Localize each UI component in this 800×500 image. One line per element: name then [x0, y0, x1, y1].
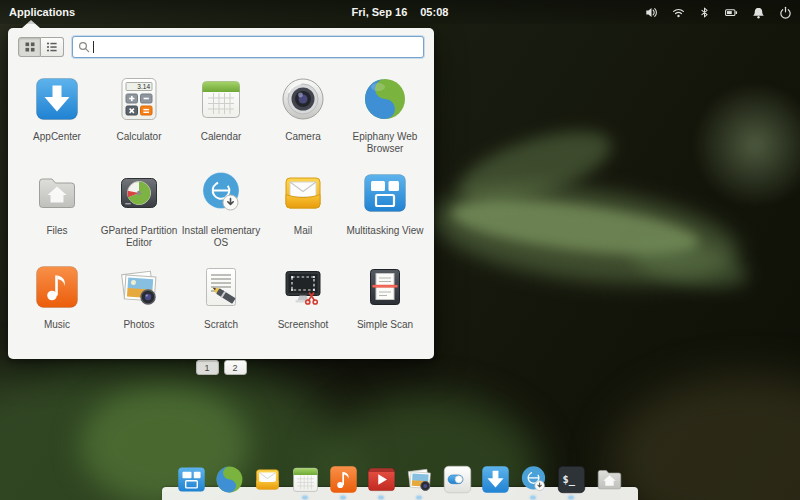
epiphany-icon [361, 75, 409, 127]
notifications-icon[interactable] [752, 6, 765, 19]
top-panel: Applications Fri, Sep 16 05:08 [0, 0, 800, 24]
app-epiphany[interactable]: Epiphany Web Browser [344, 68, 426, 162]
screenshot-icon [279, 263, 327, 315]
dock-calendar[interactable] [290, 464, 321, 495]
install-elementary-icon [197, 169, 245, 221]
app-calculator[interactable]: 3.14 Calculator [98, 68, 180, 162]
app-calendar[interactable]: Calendar [180, 68, 262, 162]
app-label: Multitasking View [346, 225, 423, 237]
app-label: Calculator [116, 131, 161, 143]
install-elementary-icon [518, 464, 549, 495]
dock-multitasking-view[interactable] [176, 464, 207, 495]
terminal-icon: $_ [556, 464, 587, 495]
app-label: Simple Scan [357, 319, 413, 331]
calculator-icon: 3.14 [115, 75, 163, 127]
app-label: Camera [285, 131, 321, 143]
power-icon[interactable] [779, 6, 792, 19]
desktop: Applications Fri, Sep 16 05:08 [0, 0, 800, 500]
panel-indicators [645, 6, 800, 19]
dock-photos[interactable] [404, 464, 435, 495]
battery-icon[interactable] [724, 6, 738, 19]
photos-icon [404, 464, 435, 495]
launcher-header [8, 28, 434, 64]
app-screenshot[interactable]: Screenshot [262, 256, 344, 350]
app-music[interactable]: Music [16, 256, 98, 350]
dock-system-settings[interactable] [442, 464, 473, 495]
app-photos[interactable]: Photos [98, 256, 180, 350]
photos-icon [115, 263, 163, 315]
dock-mail[interactable] [252, 464, 283, 495]
date-text: Fri, Sep 16 [352, 6, 408, 18]
app-grid: AppCenter 3.14 Calculator Calendar Camer… [8, 64, 434, 350]
app-label: Screenshot [278, 319, 329, 331]
clock[interactable]: Fri, Sep 16 05:08 [352, 6, 449, 18]
app-label: GParted Partition Editor [99, 225, 179, 248]
system-settings-icon [442, 464, 473, 495]
app-label: Files [46, 225, 67, 237]
dock-terminal[interactable]: $_ [556, 464, 587, 495]
bluetooth-icon[interactable] [699, 6, 710, 19]
applications-menu-button[interactable]: Applications [0, 6, 75, 18]
page-2-button[interactable]: 2 [224, 360, 247, 375]
simple-scan-icon [361, 263, 409, 315]
dock-appcenter[interactable] [480, 464, 511, 495]
epiphany-icon [214, 464, 245, 495]
dock-install-elementary[interactable] [518, 464, 549, 495]
camera-icon [279, 75, 327, 127]
videos-icon [366, 464, 397, 495]
dock-items: $_ [168, 464, 632, 495]
page-switcher: 1 2 [8, 360, 434, 375]
app-files[interactable]: Files [16, 162, 98, 256]
list-view-button[interactable] [41, 37, 64, 57]
app-label: Calendar [201, 131, 242, 143]
applications-label: Applications [9, 6, 75, 18]
app-gparted[interactable]: GParted Partition Editor [98, 162, 180, 256]
app-label: Mail [294, 225, 312, 237]
dock-files[interactable] [594, 464, 625, 495]
calculator-display-text: 3.14 [137, 83, 150, 90]
volume-icon[interactable] [645, 6, 658, 19]
applications-launcher: AppCenter 3.14 Calculator Calendar Camer… [8, 28, 434, 359]
app-appcenter[interactable]: AppCenter [16, 68, 98, 162]
app-camera[interactable]: Camera [262, 68, 344, 162]
text-cursor [93, 41, 94, 53]
time-text: 05:08 [420, 6, 448, 18]
scratch-icon [197, 263, 245, 315]
grid-view-icon [24, 41, 36, 53]
app-simple-scan[interactable]: Simple Scan [344, 256, 426, 350]
grid-view-button[interactable] [18, 37, 41, 57]
search-input[interactable] [96, 40, 418, 54]
music-icon [33, 263, 81, 315]
app-scratch[interactable]: Scratch [180, 256, 262, 350]
appcenter-icon [480, 464, 511, 495]
list-view-icon [46, 41, 58, 53]
mail-icon [252, 464, 283, 495]
page-1-button[interactable]: 1 [196, 360, 219, 375]
multitasking-view-icon [176, 464, 207, 495]
music-icon [328, 464, 359, 495]
dock-epiphany[interactable] [214, 464, 245, 495]
search-field[interactable] [72, 36, 424, 58]
app-multitasking-view[interactable]: Multitasking View [344, 162, 426, 256]
calendar-icon [197, 75, 245, 127]
dock-videos[interactable] [366, 464, 397, 495]
search-icon [78, 41, 90, 53]
app-mail[interactable]: Mail [262, 162, 344, 256]
view-toggle-group [18, 37, 64, 57]
app-label: Scratch [204, 319, 238, 331]
files-icon [594, 464, 625, 495]
app-install-elementary[interactable]: Install elementary OS [180, 162, 262, 256]
dock-music[interactable] [328, 464, 359, 495]
multitasking-icon [361, 169, 409, 221]
wifi-icon[interactable] [672, 6, 685, 19]
files-icon [33, 169, 81, 221]
app-label: Install elementary OS [181, 225, 261, 248]
gparted-icon [115, 169, 163, 221]
appcenter-icon [33, 75, 81, 127]
terminal-glyph: $_ [562, 473, 575, 486]
app-label: AppCenter [33, 131, 81, 143]
mail-icon [279, 169, 327, 221]
app-label: Music [44, 319, 70, 331]
calendar-icon [290, 464, 321, 495]
app-label: Epiphany Web Browser [345, 131, 425, 154]
